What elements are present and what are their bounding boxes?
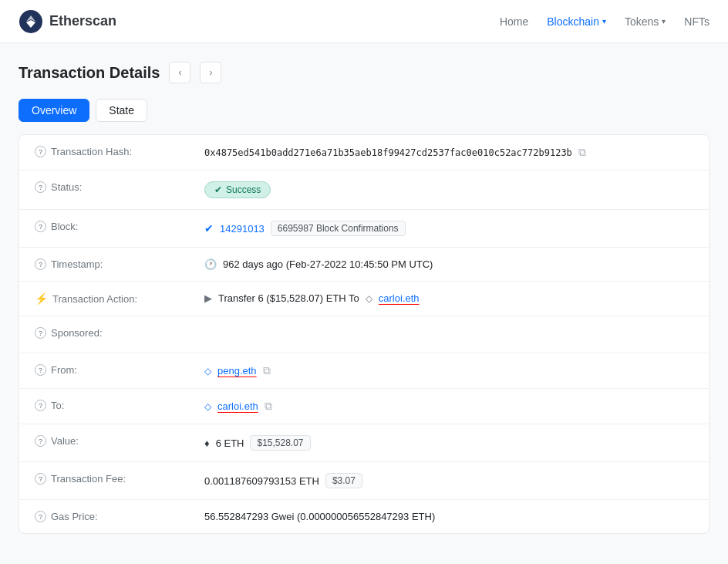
row-transaction-fee: ? Transaction Fee: 0.001187609793153 ETH… — [19, 462, 709, 500]
block-value: ✔ 14291013 6695987 Block Confirmations — [204, 221, 693, 236]
timestamp-value: 🕐 962 days ago (Feb-27-2022 10:45:50 PM … — [204, 258, 693, 270]
from-value: ◇ peng.eth ⧉ — [204, 364, 693, 377]
transaction-fee-label: ? Transaction Fee: — [35, 473, 204, 485]
header: Etherscan Home Blockchain ▾ Tokens ▾ NFT… — [0, 0, 728, 43]
tab-state[interactable]: State — [96, 99, 147, 122]
page-title: Transaction Details — [19, 64, 160, 82]
nav-home[interactable]: Home — [500, 15, 528, 28]
row-to: ? To: ◇ carloi.eth ⧉ — [19, 389, 709, 424]
copy-hash-icon[interactable]: ⧉ — [578, 146, 586, 159]
blockchain-chevron-icon: ▾ — [602, 17, 606, 25]
info-icon-to: ? — [35, 400, 46, 411]
logo-text: Etherscan — [49, 13, 116, 29]
transaction-action-to-link[interactable]: carloi.eth — [379, 292, 420, 304]
row-block: ? Block: ✔ 14291013 6695987 Block Confir… — [19, 210, 709, 248]
info-icon-sponsored: ? — [35, 327, 46, 339]
nav-nfts[interactable]: NFTs — [684, 15, 709, 28]
to-address-link[interactable]: carloi.eth — [217, 400, 258, 412]
success-dot-icon: ✔ — [214, 184, 222, 195]
transaction-hash-label: ? Transaction Hash: — [35, 146, 204, 157]
transaction-card: ? Transaction Hash: 0x4875ed541b0add271e… — [19, 134, 709, 534]
clock-icon: 🕐 — [204, 258, 217, 270]
page-content: Transaction Details ‹ › Overview State ?… — [0, 43, 728, 552]
info-icon-gas: ? — [35, 511, 46, 522]
to-label: ? To: — [35, 400, 204, 411]
info-icon-value: ? — [35, 435, 46, 447]
nav-blockchain[interactable]: Blockchain ▾ — [547, 15, 606, 28]
fee-usd-badge: $3.07 — [325, 473, 362, 488]
info-icon-fee: ? — [35, 473, 46, 485]
row-value: ? Value: ♦ 6 ETH $15,528.07 — [19, 424, 709, 462]
from-address-icon: ◇ — [204, 366, 211, 377]
to-address-icon: ◇ — [204, 401, 211, 412]
block-confirmations-badge: 6695987 Block Confirmations — [271, 221, 406, 236]
status-badge: ✔ Success — [204, 181, 271, 198]
row-timestamp: ? Timestamp: 🕐 962 days ago (Feb-27-2022… — [19, 248, 709, 282]
to-value: ◇ carloi.eth ⧉ — [204, 400, 693, 413]
to-diamond-icon: ◇ — [366, 293, 372, 304]
logo-icon — [19, 9, 43, 34]
block-number-link[interactable]: 14291013 — [220, 223, 265, 235]
block-check-icon: ✔ — [204, 222, 214, 235]
status-label: ? Status: — [35, 181, 204, 193]
row-transaction-hash: ? Transaction Hash: 0x4875ed541b0add271e… — [19, 135, 709, 171]
page-header: Transaction Details ‹ › — [19, 62, 709, 83]
tab-overview[interactable]: Overview — [19, 99, 89, 122]
block-label: ? Block: — [35, 221, 204, 232]
status-value: ✔ Success — [204, 181, 693, 198]
info-icon-from: ? — [35, 364, 46, 376]
row-transaction-action: ⚡ Transaction Action: ▶ Transfer 6 ($15,… — [19, 282, 709, 316]
copy-to-icon[interactable]: ⧉ — [265, 400, 272, 413]
timestamp-label: ? Timestamp: — [35, 258, 204, 270]
copy-from-icon[interactable]: ⧉ — [263, 364, 271, 377]
gas-price-label: ? Gas Price: — [35, 511, 204, 522]
next-arrow-button[interactable]: › — [200, 62, 221, 83]
row-gas-price: ? Gas Price: 56.552847293 Gwei (0.000000… — [19, 500, 709, 533]
eth-diamond-icon: ♦ — [204, 437, 210, 449]
transaction-hash-value: 0x4875ed541b0add271e6a71b35aeb18f99427cd… — [204, 146, 693, 159]
transaction-action-label: ⚡ Transaction Action: — [35, 292, 204, 305]
info-icon-hash: ? — [35, 146, 46, 157]
fee-value: 0.001187609793153 ETH $3.07 — [204, 473, 693, 488]
row-sponsored: ? Sponsored: — [19, 316, 709, 353]
info-icon-status: ? — [35, 181, 46, 193]
tokens-chevron-icon: ▾ — [662, 17, 666, 25]
lightning-icon: ⚡ — [35, 292, 48, 305]
gas-price-value: 56.552847293 Gwei (0.000000056552847293 … — [204, 511, 693, 522]
nav-tokens[interactable]: Tokens ▾ — [625, 15, 666, 28]
transaction-action-value: ▶ Transfer 6 ($15,528.07) ETH To ◇ carlo… — [204, 292, 693, 304]
main-nav: Home Blockchain ▾ Tokens ▾ NFTs — [500, 15, 709, 28]
value-usd-badge: $15,528.07 — [250, 435, 310, 451]
action-arrow-icon: ▶ — [204, 292, 212, 304]
from-address-link[interactable]: peng.eth — [217, 365, 257, 377]
value-amount: ♦ 6 ETH $15,528.07 — [204, 435, 693, 451]
info-icon-timestamp: ? — [35, 258, 46, 270]
sponsored-label: ? Sponsored: — [35, 327, 204, 339]
row-from: ? From: ◇ peng.eth ⧉ — [19, 353, 709, 389]
prev-arrow-button[interactable]: ‹ — [169, 62, 190, 83]
tab-bar: Overview State — [19, 99, 709, 122]
logo[interactable]: Etherscan — [19, 9, 116, 34]
from-label: ? From: — [35, 364, 204, 376]
hash-text: 0x4875ed541b0add271e6a71b35aeb18f99427cd… — [204, 147, 572, 158]
info-icon-block: ? — [35, 221, 46, 232]
row-status: ? Status: ✔ Success — [19, 171, 709, 210]
value-label: ? Value: — [35, 435, 204, 447]
